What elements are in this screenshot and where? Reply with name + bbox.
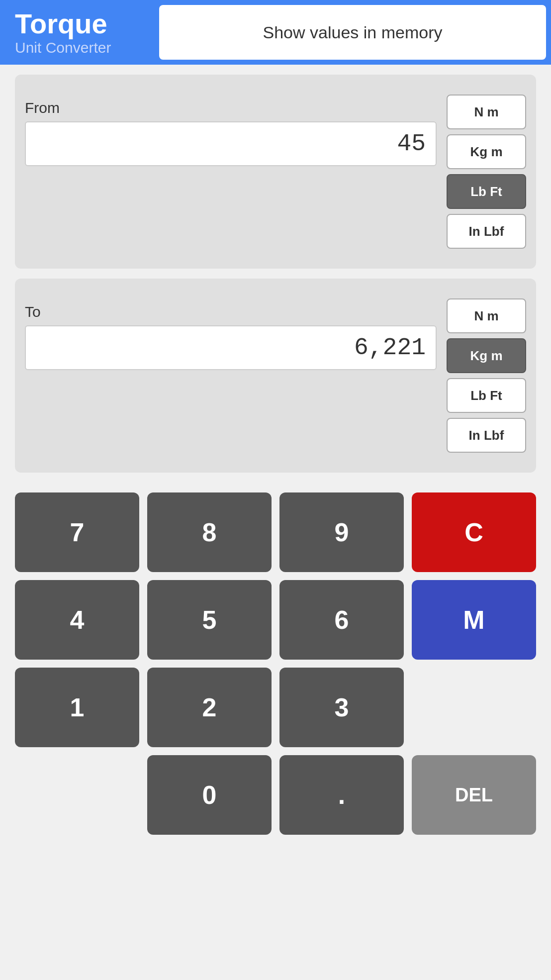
to-unit-nm[interactable]: N m [447, 298, 526, 333]
to-label: To [25, 303, 437, 320]
to-section: To N m Kg m Lb Ft In Lbf [15, 279, 536, 473]
to-value-input[interactable] [25, 325, 437, 370]
from-content: From N m Kg m Lb Ft In Lbf [25, 95, 526, 249]
from-unit-lbft[interactable]: Lb Ft [447, 174, 526, 209]
key-memory[interactable]: M [412, 580, 536, 660]
from-value-input[interactable] [25, 121, 437, 166]
to-content: To N m Kg m Lb Ft In Lbf [25, 298, 526, 453]
from-unit-nm[interactable]: N m [447, 95, 526, 129]
to-unit-inlbf[interactable]: In Lbf [447, 418, 526, 453]
to-unit-kgm[interactable]: Kg m [447, 338, 526, 373]
header-left: Torque Unit Converter [0, 0, 154, 65]
key-1[interactable]: 1 [15, 668, 139, 747]
app-header: Torque Unit Converter Show values in mem… [0, 0, 551, 65]
app-subtitle: Unit Converter [15, 39, 139, 56]
key-2[interactable]: 2 [147, 668, 272, 747]
key-8[interactable]: 8 [147, 492, 272, 572]
key-6[interactable]: 6 [279, 580, 404, 660]
from-unit-buttons: N m Kg m Lb Ft In Lbf [447, 95, 526, 249]
key-9[interactable]: 9 [279, 492, 404, 572]
key-empty-2 [15, 755, 139, 835]
app-title: Torque [15, 8, 139, 39]
key-3[interactable]: 3 [279, 668, 404, 747]
to-input-area: To [25, 298, 437, 370]
key-empty-1 [412, 668, 536, 747]
key-4[interactable]: 4 [15, 580, 139, 660]
key-delete[interactable]: DEL [412, 755, 536, 835]
key-7[interactable]: 7 [15, 492, 139, 572]
key-clear[interactable]: C [412, 492, 536, 572]
key-5[interactable]: 5 [147, 580, 272, 660]
from-label: From [25, 99, 437, 116]
to-unit-buttons: N m Kg m Lb Ft In Lbf [447, 298, 526, 453]
from-unit-inlbf[interactable]: In Lbf [447, 214, 526, 249]
show-memory-button[interactable]: Show values in memory [159, 5, 546, 60]
key-decimal[interactable]: . [279, 755, 404, 835]
from-input-area: From [25, 95, 437, 166]
from-unit-kgm[interactable]: Kg m [447, 134, 526, 169]
to-unit-lbft[interactable]: Lb Ft [447, 378, 526, 413]
keypad: 7 8 9 C 4 5 6 M 1 2 3 0 . DEL [0, 483, 551, 845]
from-section: From N m Kg m Lb Ft In Lbf [15, 75, 536, 269]
key-0[interactable]: 0 [147, 755, 272, 835]
